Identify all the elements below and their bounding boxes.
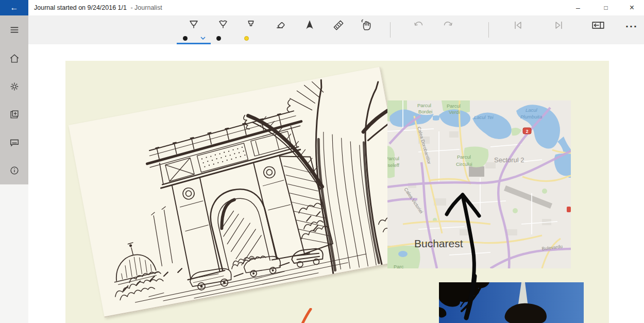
map-label: Parcul [417, 103, 431, 108]
ink-arrow-annotation[interactable] [433, 181, 489, 323]
route-shield-number: 2 [526, 129, 529, 134]
close-button[interactable]: × [620, 0, 644, 15]
orange-ink-stroke[interactable] [296, 308, 317, 323]
sidebar-item-new-page[interactable] [0, 103, 28, 126]
sidebar-item-about[interactable] [0, 159, 28, 182]
map-label: Bordei [418, 109, 432, 114]
next-page-button[interactable] [547, 15, 570, 44]
info-icon [9, 165, 20, 176]
chevron-down-icon [200, 37, 206, 40]
app-name: - Journalist [130, 4, 162, 11]
map-label: Parcul [457, 154, 471, 160]
previous-page-button[interactable] [506, 15, 530, 44]
hamburger-icon [9, 24, 20, 36]
toolbar-separator [390, 22, 391, 38]
map-label: Lacul Tei [474, 114, 494, 120]
eraser-icon [275, 19, 288, 32]
sidebar-lower-rail [0, 184, 28, 323]
ruler-tool-button[interactable] [327, 15, 350, 44]
highlighter-tool-button[interactable] [239, 15, 263, 44]
sidebar-item-settings[interactable] [0, 75, 28, 98]
map-label: Verdi [449, 109, 460, 115]
undo-button[interactable] [407, 15, 431, 44]
journalist-app-window: ← Journal started on 9/24/2016 1/1 - Jou… [0, 0, 644, 323]
pencil-icon [216, 19, 230, 32]
more-icon: ··· [620, 20, 643, 32]
highlighter-color-dot [244, 36, 249, 41]
selection-tool-button[interactable] [298, 15, 321, 44]
map-label: Plumbuita [520, 114, 542, 120]
map-label: Parcul [387, 156, 399, 161]
ink-toolbar: ··· [28, 15, 644, 44]
select-arrow-icon [303, 19, 316, 32]
map-label: Parcul [447, 103, 461, 109]
back-icon: ← [10, 3, 19, 12]
feedback-icon [9, 137, 20, 148]
pen-tool-button[interactable] [177, 15, 211, 44]
previous-page-icon [512, 19, 525, 32]
add-page-icon [9, 109, 20, 120]
canvas-area: 2 Parcul Bordei Parcul Verdi Lacul Tei L… [28, 44, 644, 323]
back-button[interactable]: ← [0, 0, 28, 15]
next-page-icon [552, 19, 565, 32]
close-icon: × [630, 3, 634, 12]
pencil-color-dot [216, 36, 221, 41]
touch-writing-icon [360, 19, 373, 32]
gear-icon [9, 81, 20, 92]
selected-tool-indicator [177, 43, 211, 44]
window-title: Journal started on 9/24/2016 1/1 - Journ… [34, 0, 162, 15]
maximize-icon: □ [604, 4, 607, 11]
minimize-icon: – [576, 4, 580, 12]
eraser-tool-button[interactable] [269, 15, 293, 44]
map-label-district: Sectorul 2 [494, 156, 524, 164]
pencil-tool-button[interactable] [211, 15, 235, 44]
titlebar: ← Journal started on 9/24/2016 1/1 - Jou… [0, 0, 644, 15]
map-label: Lacul [526, 107, 538, 113]
sidebar [0, 15, 28, 184]
toolbar-separator [488, 22, 489, 38]
pen-color-dot [183, 36, 188, 41]
redo-button[interactable] [436, 15, 460, 44]
undo-icon [412, 19, 426, 32]
document-title: Journal started on 9/24/2016 1/1 [34, 4, 127, 11]
sidebar-item-menu[interactable] [0, 19, 28, 41]
more-options-button[interactable]: ··· [620, 15, 643, 44]
home-icon [9, 53, 20, 64]
dock-panel-button[interactable] [586, 15, 610, 44]
sidebar-item-home[interactable] [0, 47, 28, 70]
redo-icon [441, 19, 454, 32]
maximize-button[interactable]: □ [592, 0, 620, 15]
ruler-icon [332, 19, 345, 32]
ballpoint-pen-icon [187, 19, 200, 32]
touch-writing-tool-button[interactable] [354, 15, 378, 44]
map-label: Circului [456, 161, 472, 167]
highlighter-icon [244, 19, 258, 32]
map-label: Parc [394, 264, 404, 268]
sidebar-item-feedback[interactable] [0, 131, 28, 154]
dock-panel-icon [591, 19, 605, 32]
minimize-button[interactable]: – [564, 0, 592, 15]
map-label: Kiseleff [387, 162, 399, 168]
